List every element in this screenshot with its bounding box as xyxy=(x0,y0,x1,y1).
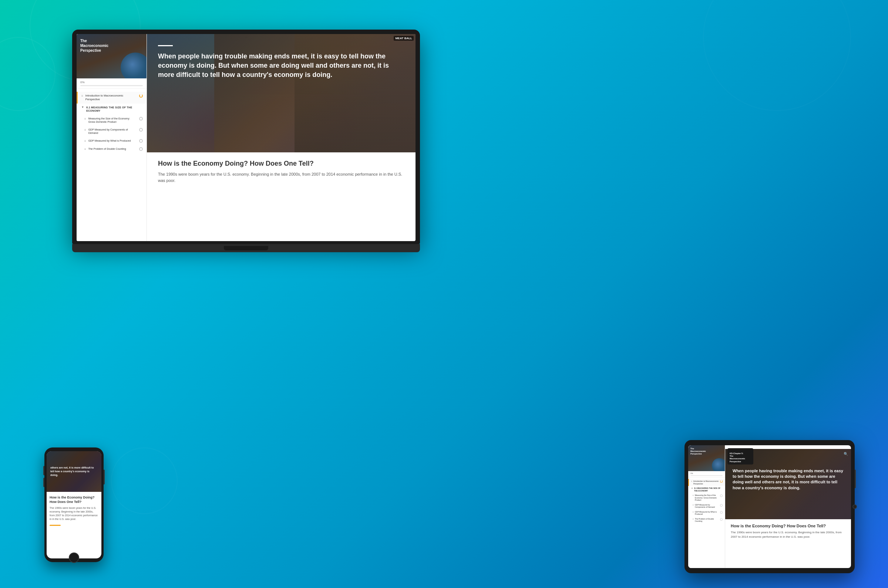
tablet-sidebar-section-61: ▼ 6.1 MEASURING THE SIZE OF THE ECONOMY xyxy=(688,486,725,493)
laptop-sidebar-menu: ≡ Introduction to Macroeconomic Perspect… xyxy=(77,89,147,156)
tablet-sidebar-menu: ≡ Introduction to Macroeconomic Perspect… xyxy=(688,477,725,525)
tablet-kd-badge: KD-Chapter 5: The Macroeconomic Perspect… xyxy=(727,448,753,465)
tablet-book-title: The Macroeconomic Perspective xyxy=(690,447,706,455)
tablet-sidebar-item-double[interactable]: ≡ The Problem of Double Counting xyxy=(688,517,725,524)
phone-device: others are not, it is more difficult to … xyxy=(44,447,104,562)
progress-circle-4 xyxy=(139,147,143,151)
tablet-lines-icon: ≡ xyxy=(691,480,692,482)
tablet-sidebar-item-gdp-produced[interactable]: ≡ GDP Measured by What is Produced xyxy=(688,510,725,517)
phone-volume-up-button xyxy=(43,466,44,475)
tablet-hero-text-block: When people having trouble making ends m… xyxy=(733,464,844,491)
tablet-sidebar: The Macroeconomic Perspective 0% ≡ Intro… xyxy=(688,445,725,568)
laptop-book-title: The Macroeconomic Perspective xyxy=(80,39,108,53)
tablet-progress-circle xyxy=(720,495,723,497)
phone-section-text: The 1990s were boom years for the U.S. e… xyxy=(50,506,98,521)
laptop-globe-decoration xyxy=(121,52,147,78)
laptop-sidebar-intro-text: Introduction to Macroeconomic Perspectiv… xyxy=(86,94,137,101)
laptop-building-sign: MEAT BALL xyxy=(394,36,414,40)
tablet-screen: The Macroeconomic Perspective 0% ≡ Intro… xyxy=(688,445,851,568)
lines-icon-2: ≡ xyxy=(84,117,86,120)
laptop-gdp-produced-text: GDP Measured by What is Produced xyxy=(89,139,137,142)
laptop-section-text: The 1990s were boom years for the U.S. e… xyxy=(158,171,404,183)
progress-circle-3 xyxy=(139,139,143,143)
laptop-content-area: How is the Economy Doing? How Does One T… xyxy=(147,152,416,241)
tablet-search-icon[interactable]: 🔍 xyxy=(844,452,848,456)
laptop-hero: MEAT BALL When people having trouble mak… xyxy=(147,34,416,152)
tablet-measuring-text: Measuring the Size of the Economy: Gross… xyxy=(695,494,719,501)
laptop-device: The Macroeconomic Perspective 0% ≡ Intro… xyxy=(72,30,420,259)
tablet-device: The Macroeconomic Perspective 0% ≡ Intro… xyxy=(685,440,855,573)
phone-volume-down-button xyxy=(43,478,44,487)
tablet-sidebar-item-measuring[interactable]: ≡ Measuring the Size of the Economy: Gro… xyxy=(688,493,725,502)
laptop-measuring-text: Measuring the Size of the Economy: Gross… xyxy=(89,117,137,123)
phone-progress-indicator xyxy=(50,525,61,526)
laptop-sidebar-item-intro[interactable]: ≡ Introduction to Macroeconomic Perspect… xyxy=(77,92,147,104)
laptop-book-cover: The Macroeconomic Perspective xyxy=(77,34,147,78)
tablet-hero-quote: When people having trouble making ends m… xyxy=(733,468,844,491)
laptop-progress-section: 0% xyxy=(77,78,147,89)
tablet-progress-circle-4 xyxy=(720,518,723,521)
tablet-power-button xyxy=(855,470,856,488)
phone-power-button xyxy=(104,470,105,484)
tablet-section-title: How is the Economy Doing? How Does One T… xyxy=(731,524,846,528)
laptop-sidebar-item-gdp-produced[interactable]: ≡ GDP Measured by What is Produced xyxy=(77,137,147,145)
phone-home-button[interactable] xyxy=(69,552,79,563)
laptop-sidebar: The Macroeconomic Perspective 0% ≡ Intro… xyxy=(77,34,147,241)
laptop-screen: The Macroeconomic Perspective 0% ≡ Intro… xyxy=(77,34,416,241)
tablet-progress-section: 0% xyxy=(688,471,725,477)
lines-icon-5: ≡ xyxy=(84,147,86,151)
laptop-section-61-text: 6.1 MEASURING THE SIZE OF THE ECONOMY xyxy=(86,106,143,112)
tablet-lines-icon-3: ≡ xyxy=(693,504,694,506)
laptop-base xyxy=(72,244,420,252)
tablet-content-area: How is the Economy Doing? How Does One T… xyxy=(725,519,851,568)
tablet-sidebar-item-intro[interactable]: ≡ Introduction to Macroeconomic Perspect… xyxy=(688,479,725,486)
phone-hero: others are not, it is more difficult to … xyxy=(47,451,101,492)
tablet-section-text: The 1990s were boom years for the U.S. e… xyxy=(731,530,846,539)
lines-icon-4: ≡ xyxy=(84,140,86,143)
lines-icon-3: ≡ xyxy=(84,128,86,132)
laptop-sidebar-item-measuring[interactable]: ≡ Measuring the Size of the Economy: Gro… xyxy=(77,115,147,126)
chevron-icon: ▼ xyxy=(81,106,84,108)
lines-icon: ≡ xyxy=(81,94,83,98)
laptop-progress-label: 0% xyxy=(80,81,85,84)
tablet-progress-bar xyxy=(690,475,723,476)
tablet-book-cover: The Macroeconomic Perspective xyxy=(688,445,725,471)
tablet-home-button[interactable] xyxy=(852,504,857,509)
progress-circle xyxy=(139,117,143,120)
laptop-sidebar-item-gdp-demand[interactable]: ≡ GDP Measured by Components of Demand xyxy=(77,126,147,137)
tablet-chevron-icon: ▼ xyxy=(691,487,693,489)
phone-hero-overlay: others are not, it is more difficult to … xyxy=(47,451,101,492)
tablet-lines-icon-4: ≡ xyxy=(693,511,694,513)
tablet-lines-icon-5: ≡ xyxy=(693,518,694,520)
laptop-section-title: How is the Economy Doing? How Does One T… xyxy=(158,160,404,168)
laptop-double-text: The Problem of Double Counting xyxy=(89,147,137,150)
tablet-gdp-produced-text: GDP Measured by What is Produced xyxy=(695,511,719,516)
tablet-loading-spinner xyxy=(720,480,723,483)
laptop-hero-text-block: When people having trouble making ends m… xyxy=(158,45,404,80)
laptop-hero-divider xyxy=(158,45,173,46)
tablet-section-61-text: 6.1 MEASURING THE SIZE OF THE ECONOMY xyxy=(694,487,723,492)
tablet-lines-icon-2: ≡ xyxy=(693,494,694,496)
loading-spinner xyxy=(139,94,143,98)
tablet-globe-decoration xyxy=(712,458,725,471)
tablet-gdp-demand-text: GDP Measured by Components of Demand xyxy=(695,504,719,508)
tablet-sidebar-item-gdp-demand[interactable]: ≡ GDP Measured by Components of Demand xyxy=(688,502,725,510)
laptop-gdp-demand-text: GDP Measured by Components of Demand xyxy=(89,128,137,135)
tablet-progress-circle-2 xyxy=(720,504,723,507)
laptop-sidebar-section-61: ▼ 6.1 MEASURING THE SIZE OF THE ECONOMY xyxy=(77,104,147,115)
tablet-intro-text: Introduction to Macroeconomic Perspectiv… xyxy=(693,480,719,485)
laptop-base-notch xyxy=(224,246,268,250)
phone-hero-quote: others are not, it is more difficult to … xyxy=(50,466,98,477)
laptop-hero-quote: When people having trouble making ends m… xyxy=(158,52,404,80)
phone-content: How is the Economy Doing? How Does One T… xyxy=(47,492,101,558)
tablet-main-content: KD-Chapter 5: The Macroeconomic Perspect… xyxy=(725,445,851,568)
laptop-progress-bar xyxy=(80,85,143,86)
progress-circle-2 xyxy=(139,128,143,132)
laptop-sidebar-item-double[interactable]: ≡ The Problem of Double Counting xyxy=(77,145,147,153)
tablet-progress-circle-3 xyxy=(720,511,723,514)
laptop-main-content: MEAT BALL When people having trouble mak… xyxy=(147,34,416,241)
phone-screen: others are not, it is more difficult to … xyxy=(47,451,101,558)
tablet-progress-label: 0% xyxy=(690,472,693,474)
phone-section-title: How is the Economy Doing? How Does One T… xyxy=(50,495,98,504)
tablet-double-text: The Problem of Double Counting xyxy=(695,518,719,522)
